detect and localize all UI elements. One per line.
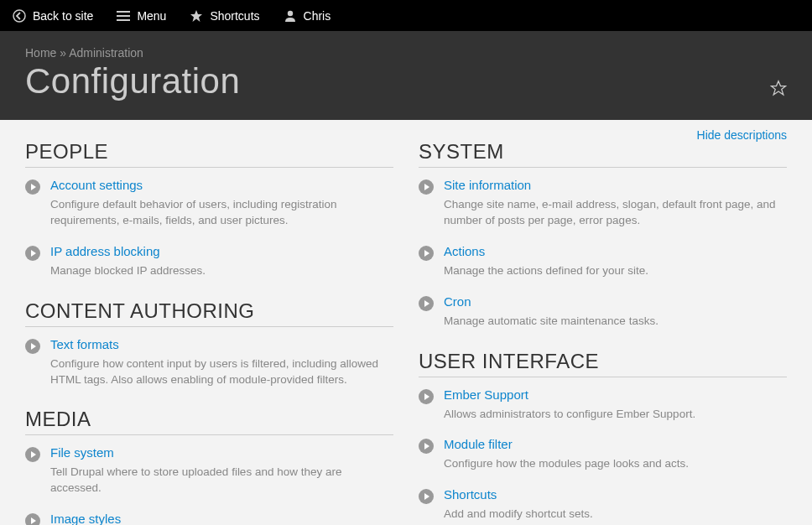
section-title: SYSTEM (419, 140, 787, 168)
breadcrumb-home[interactable]: Home (25, 46, 56, 60)
user-icon (284, 9, 297, 23)
config-link[interactable]: Shortcuts (444, 487, 787, 502)
config-item-body: Text formatsConfigure how content input … (50, 337, 393, 388)
hamburger-icon (117, 10, 130, 22)
section-title: PEOPLE (25, 140, 393, 168)
svg-point-0 (13, 10, 25, 22)
config-description: Manage the actions defined for your site… (444, 263, 787, 279)
config-item: File systemTell Drupal where to store up… (25, 445, 393, 496)
config-link[interactable]: IP address blocking (50, 244, 393, 258)
play-bullet-icon (419, 246, 434, 261)
config-item-body: Account settingsConfigure default behavi… (50, 178, 393, 229)
favorite-star-button[interactable] (770, 80, 787, 100)
play-bullet-icon (419, 179, 434, 195)
config-item: Module filterConfigure how the modules p… (419, 437, 787, 472)
config-description: Configure how the modules page looks and… (444, 456, 787, 472)
config-description: Allows administrators to configure Ember… (444, 407, 787, 423)
content-area: Hide descriptions PEOPLEAccount settings… (0, 120, 812, 525)
config-item-body: Image stylesConfigure styles that can be… (50, 512, 393, 525)
play-bullet-icon (25, 447, 40, 462)
section-title: USER INTERFACE (419, 350, 787, 377)
config-description: Manage blocked IP addresses. (50, 263, 393, 279)
config-item: Image stylesConfigure styles that can be… (25, 512, 393, 525)
user-label: Chris (304, 9, 331, 23)
section-title: CONTENT AUTHORING (25, 299, 393, 327)
config-item: Text formatsConfigure how content input … (25, 337, 393, 388)
config-description: Add and modify shortcut sets. (444, 507, 787, 522)
play-bullet-icon (25, 246, 40, 261)
breadcrumb: Home » Administration (25, 46, 787, 60)
play-bullet-icon (25, 513, 40, 525)
config-description: Configure default behavior of users, inc… (50, 197, 393, 229)
hide-descriptions-link[interactable]: Hide descriptions (697, 128, 787, 142)
config-description: Manage automatic site maintenance tasks. (444, 314, 787, 330)
shortcuts-label: Shortcuts (210, 9, 259, 23)
star-outline-icon (770, 80, 787, 96)
config-link[interactable]: Module filter (444, 437, 787, 451)
config-item-body: CronManage automatic site maintenance ta… (444, 294, 787, 330)
menu-button[interactable]: Menu (117, 9, 166, 23)
config-link[interactable]: Account settings (50, 178, 393, 192)
config-description: Tell Drupal where to store uploaded file… (50, 465, 393, 496)
svg-point-4 (287, 10, 292, 15)
config-link[interactable]: Actions (444, 244, 787, 258)
section-title: MEDIA (25, 408, 393, 435)
config-description: Change site name, e-mail address, slogan… (444, 197, 787, 229)
config-item: Account settingsConfigure default behavi… (25, 178, 393, 229)
page-title: Configuration (25, 61, 787, 101)
menu-label: Menu (137, 9, 166, 23)
config-item: IP address blockingManage blocked IP add… (25, 244, 393, 279)
left-column: PEOPLEAccount settingsConfigure default … (25, 135, 393, 525)
play-bullet-icon (419, 489, 434, 504)
config-item-body: Ember SupportAllows administrators to co… (444, 387, 787, 423)
svg-rect-3 (117, 19, 130, 21)
config-item-body: ShortcutsAdd and modify shortcut sets. (444, 487, 787, 522)
admin-toolbar: Back to site Menu Shortcuts Chris (0, 0, 812, 31)
play-bullet-icon (25, 179, 40, 195)
config-item-body: IP address blockingManage blocked IP add… (50, 244, 393, 279)
config-item-body: ActionsManage the actions defined for yo… (444, 244, 787, 279)
user-button[interactable]: Chris (284, 9, 331, 23)
back-to-site-button[interactable]: Back to site (13, 9, 93, 23)
play-bullet-icon (419, 439, 434, 454)
arrow-left-icon (13, 9, 26, 23)
config-link[interactable]: Cron (444, 294, 787, 309)
config-link[interactable]: File system (50, 445, 393, 460)
config-item: Ember SupportAllows administrators to co… (419, 387, 787, 423)
config-item: Site informationChange site name, e-mail… (419, 178, 787, 229)
page-header: Home » Administration Configuration (0, 31, 812, 120)
play-bullet-icon (25, 339, 40, 354)
svg-rect-1 (117, 11, 130, 13)
config-item-body: File systemTell Drupal where to store up… (50, 445, 393, 496)
config-link[interactable]: Site information (444, 178, 787, 192)
config-item-body: Module filterConfigure how the modules p… (444, 437, 787, 472)
config-link[interactable]: Text formats (50, 337, 393, 351)
play-bullet-icon (419, 389, 434, 404)
config-item: CronManage automatic site maintenance ta… (419, 294, 787, 330)
play-bullet-icon (419, 296, 434, 311)
shortcuts-button[interactable]: Shortcuts (190, 9, 259, 23)
config-link[interactable]: Ember Support (444, 387, 787, 402)
config-item: ActionsManage the actions defined for yo… (419, 244, 787, 279)
config-columns: PEOPLEAccount settingsConfigure default … (25, 135, 787, 525)
config-description: Configure how content input by users is … (50, 356, 393, 388)
back-to-site-label: Back to site (33, 9, 93, 23)
config-link[interactable]: Image styles (50, 512, 393, 525)
star-icon (190, 9, 203, 23)
svg-rect-2 (117, 15, 130, 17)
right-column: SYSTEMSite informationChange site name, … (419, 135, 787, 525)
config-item: ShortcutsAdd and modify shortcut sets. (419, 487, 787, 522)
breadcrumb-admin[interactable]: Administration (69, 46, 143, 60)
config-item-body: Site informationChange site name, e-mail… (444, 178, 787, 229)
breadcrumb-sep: » (56, 46, 69, 60)
